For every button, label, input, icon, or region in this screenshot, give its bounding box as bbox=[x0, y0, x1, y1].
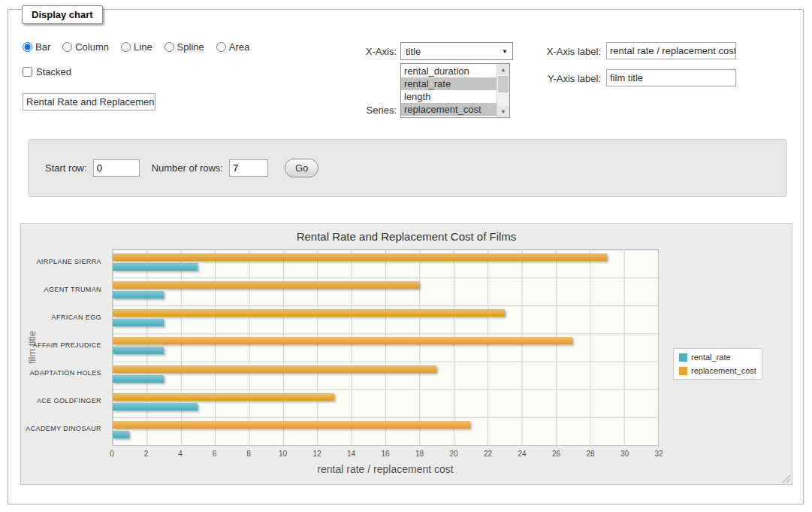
bar-rental_rate bbox=[113, 347, 164, 354]
chart-type-option-label: Bar bbox=[35, 41, 50, 53]
x-tick-label: 30 bbox=[620, 450, 629, 458]
series-option-length[interactable]: length bbox=[401, 90, 497, 103]
x-tick-label: 10 bbox=[279, 450, 287, 458]
x-tick-label: 20 bbox=[449, 450, 457, 458]
legend-item-rental_rate: rental_rate bbox=[679, 353, 756, 362]
bar-replacement_cost bbox=[113, 421, 470, 429]
x-tick-label: 2 bbox=[144, 450, 149, 458]
x-tick-label: 24 bbox=[518, 450, 526, 458]
x-axis-label-input[interactable] bbox=[606, 42, 736, 59]
chart-type-radio-group: BarColumnLineSplineArea bbox=[23, 41, 249, 53]
x-tick-label: 16 bbox=[381, 450, 389, 458]
bar-replacement_cost bbox=[113, 281, 419, 289]
bar-rental_rate bbox=[113, 319, 164, 326]
y-axis-label-input[interactable] bbox=[606, 69, 736, 86]
x-tick-label: 0 bbox=[110, 450, 114, 458]
bar-rental_rate bbox=[113, 291, 164, 298]
x-tick-label: 8 bbox=[246, 450, 251, 458]
chart-type-option-label: Spline bbox=[177, 41, 204, 53]
bar-replacement_cost bbox=[113, 365, 436, 373]
bar-replacement_cost bbox=[113, 337, 572, 344]
chart-type-option-column[interactable]: Column bbox=[62, 41, 109, 53]
chart-type-option-line[interactable]: Line bbox=[121, 41, 152, 53]
x-axis-select-label: X-Axis: bbox=[323, 46, 397, 57]
x-tick-label: 12 bbox=[312, 450, 321, 458]
chart-container: Rental Rate and Replacement Cost of Film… bbox=[20, 223, 792, 485]
x-tick-label: 18 bbox=[415, 450, 424, 458]
bar-replacement_cost bbox=[113, 393, 334, 401]
category-label: ACADEMY DINOSAUR bbox=[21, 417, 101, 441]
series-list-scrollbar[interactable]: ▲ ▼ bbox=[497, 64, 509, 117]
chart-type-radio-column[interactable] bbox=[62, 42, 72, 52]
number-of-rows-label: Number of rows: bbox=[152, 162, 223, 174]
category-label: AFFAIR PREJUDICE bbox=[21, 332, 101, 357]
chart-type-option-label: Line bbox=[134, 41, 152, 53]
legend-label: replacement_cost bbox=[691, 366, 756, 375]
category-label: AGENT TRUMAN bbox=[21, 277, 101, 301]
category-label: AFRICAN EGG bbox=[21, 304, 101, 329]
chart-legend: rental_ratereplacement_cost bbox=[673, 348, 762, 380]
x-tick-label: 6 bbox=[213, 450, 217, 458]
x-tick-label: 32 bbox=[654, 450, 663, 458]
legend-item-replacement_cost: replacement_cost bbox=[679, 366, 756, 375]
series-option-rental_duration[interactable]: rental_duration bbox=[401, 65, 497, 77]
x-tick-label: 26 bbox=[552, 450, 560, 458]
start-row-input[interactable] bbox=[93, 159, 140, 177]
chart-title: Rental Rate and Replacement Cost of Film… bbox=[21, 230, 792, 243]
bar-rental_rate bbox=[113, 431, 129, 438]
chart-type-radio-bar[interactable] bbox=[23, 42, 32, 52]
plot-area bbox=[112, 249, 659, 446]
legend-label: rental_rate bbox=[691, 353, 731, 362]
series-select-label: Series: bbox=[323, 105, 397, 116]
page: Display chart BarColumnLineSplineArea St… bbox=[0, 0, 812, 512]
category-label: ACE GOLDFINGER bbox=[21, 389, 101, 414]
scroll-down-icon[interactable]: ▼ bbox=[497, 106, 509, 117]
legend-swatch bbox=[679, 367, 687, 375]
chart-title-input[interactable] bbox=[23, 93, 155, 111]
resize-handle-icon[interactable] bbox=[781, 474, 791, 483]
chart-type-option-spline[interactable]: Spline bbox=[165, 41, 204, 53]
chart-type-radio-area[interactable] bbox=[216, 42, 226, 52]
stacked-label: Stacked bbox=[36, 66, 71, 77]
chevron-down-icon: ▼ bbox=[502, 48, 508, 55]
x-axis-title: rental rate / replacement cost bbox=[112, 463, 659, 475]
category-label: ADAPTATION HOLES bbox=[21, 361, 101, 386]
rows-panel: Start row: Number of rows: Go bbox=[28, 139, 787, 197]
chart-type-radio-line[interactable] bbox=[121, 42, 131, 52]
series-option-rental_rate[interactable]: rental_rate bbox=[401, 77, 497, 90]
chart-type-option-label: Column bbox=[75, 41, 109, 53]
bar-rental_rate bbox=[113, 403, 198, 411]
display-chart-legend: Display chart bbox=[22, 5, 103, 24]
legend-swatch bbox=[679, 353, 687, 362]
x-axis-label-field-label: X-Axis label: bbox=[527, 46, 601, 57]
x-tick-label: 4 bbox=[178, 450, 183, 458]
start-row-label: Start row: bbox=[45, 162, 87, 174]
scrollbar-thumb[interactable] bbox=[498, 76, 509, 92]
x-axis-ticks: 02468101214161820222426283032 bbox=[112, 450, 659, 460]
series-option-replacement_cost[interactable]: replacement_cost bbox=[401, 103, 497, 116]
x-tick-label: 22 bbox=[484, 450, 492, 458]
bar-rental_rate bbox=[113, 375, 164, 383]
y-axis-label-field-label: Y-Axis label: bbox=[527, 73, 601, 84]
series-multiselect-options: rental_durationrental_ratelengthreplacem… bbox=[401, 65, 497, 117]
number-of-rows-input[interactable] bbox=[229, 159, 268, 177]
x-axis-selected-value: title bbox=[406, 46, 421, 57]
bar-replacement_cost bbox=[113, 253, 607, 261]
scroll-up-icon[interactable]: ▲ bbox=[497, 64, 509, 75]
go-button[interactable]: Go bbox=[285, 159, 318, 177]
x-axis-select[interactable]: title ▼ bbox=[400, 42, 513, 60]
series-multiselect[interactable]: rental_durationrental_ratelengthreplacem… bbox=[400, 63, 510, 118]
bar-rental_rate bbox=[113, 263, 198, 271]
category-label: AIRPLANE SIERRA bbox=[21, 249, 101, 274]
category-labels: AIRPLANE SIERRAAGENT TRUMANAFRICAN EGGAF… bbox=[21, 249, 107, 446]
chart-type-option-area[interactable]: Area bbox=[216, 41, 249, 53]
x-tick-label: 14 bbox=[347, 450, 355, 458]
x-tick-label: 28 bbox=[586, 450, 594, 458]
stacked-checkbox[interactable] bbox=[23, 67, 32, 77]
chart-type-radio-spline[interactable] bbox=[165, 42, 174, 52]
chart-type-option-label: Area bbox=[229, 41, 249, 53]
chart-type-option-bar[interactable]: Bar bbox=[23, 41, 50, 53]
bar-replacement_cost bbox=[113, 309, 505, 317]
stacked-option[interactable]: Stacked bbox=[23, 66, 71, 77]
